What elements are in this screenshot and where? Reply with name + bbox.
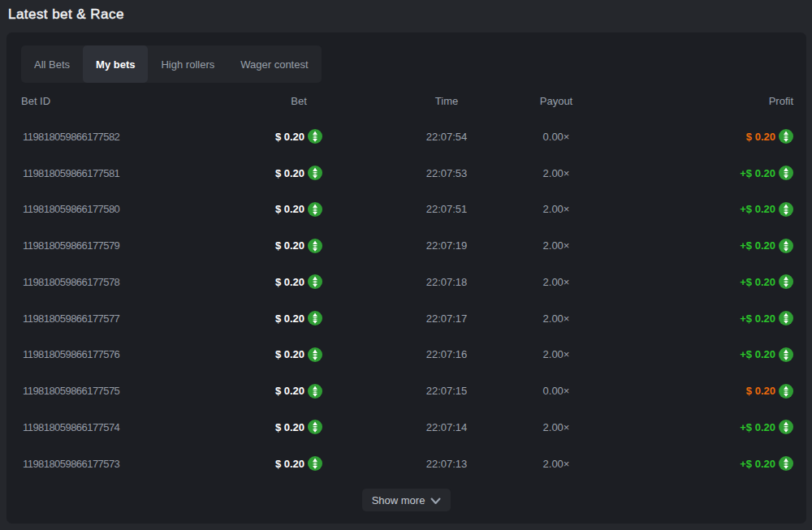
profit-amount: $ 0.20 — [746, 385, 775, 397]
table-row[interactable]: 119818059866177576 $ 0.20 22:07:16 2.00×… — [21, 337, 793, 373]
profit-cell: +$ 0.20 — [642, 274, 793, 289]
bet-amount: $ 0.20 — [275, 167, 304, 179]
table-row[interactable]: 119818059866177580 $ 0.20 22:07:51 2.00×… — [21, 192, 793, 228]
etc-coin-icon — [308, 166, 322, 180]
time-cell: 22:07:54 — [423, 131, 470, 143]
show-more-button[interactable]: Show more — [362, 489, 451, 511]
bet-amount: $ 0.20 — [275, 385, 304, 397]
profit-cell: +$ 0.20 — [642, 420, 793, 434]
etc-coin-icon — [308, 420, 322, 434]
table-row[interactable]: 119818059866177582 $ 0.20 22:07:54 0.00×… — [21, 118, 793, 155]
bet-amount-cell: $ 0.20 — [175, 239, 423, 253]
table-row[interactable]: 119818059866177577 $ 0.20 22:07:17 2.00×… — [21, 300, 793, 337]
etc-coin-icon — [308, 202, 322, 217]
bet-amount-cell: $ 0.20 — [175, 420, 423, 434]
bet-id-cell: 119818059866177576 — [21, 348, 175, 360]
table-row[interactable]: 119818059866177574 $ 0.20 22:07:14 2.00×… — [21, 409, 793, 446]
etc-coin-icon — [779, 420, 793, 434]
table-row[interactable]: 119818059866177579 $ 0.20 22:07:19 2.00×… — [21, 227, 793, 264]
etc-coin-icon — [308, 347, 322, 362]
profit-amount: +$ 0.20 — [740, 421, 775, 433]
tab-my-bets[interactable]: My bets — [83, 45, 148, 83]
table-body: 119818059866177582 $ 0.20 22:07:54 0.00×… — [21, 118, 793, 482]
bet-amount: $ 0.20 — [275, 276, 304, 288]
time-cell: 22:07:15 — [423, 385, 470, 397]
bet-amount: $ 0.20 — [275, 348, 304, 360]
etc-coin-icon — [779, 274, 793, 289]
payout-cell: 2.00× — [470, 239, 642, 252]
etc-coin-icon — [308, 129, 322, 144]
etc-coin-icon — [308, 274, 322, 289]
table-row[interactable]: 119818059866177581 $ 0.20 22:07:53 2.00×… — [21, 155, 793, 192]
bet-id-cell: 119818059866177577 — [21, 312, 175, 325]
etc-coin-icon — [779, 202, 793, 217]
tab-high-rollers[interactable]: High rollers — [148, 45, 227, 83]
bet-amount-cell: $ 0.20 — [175, 311, 423, 325]
bet-amount: $ 0.20 — [275, 458, 304, 470]
tab-wager-contest[interactable]: Wager contest — [227, 45, 321, 83]
bet-tabs: All Bets My bets High rollers Wager cont… — [21, 45, 322, 83]
etc-coin-icon — [308, 239, 322, 253]
payout-cell: 0.00× — [470, 385, 642, 397]
latest-bets-panel: All Bets My bets High rollers Wager cont… — [6, 32, 806, 524]
bet-amount-cell: $ 0.20 — [175, 347, 423, 362]
table-row[interactable]: 119818059866177573 $ 0.20 22:07:13 2.00×… — [21, 446, 793, 482]
profit-amount: +$ 0.20 — [740, 276, 775, 288]
bet-amount-cell: $ 0.20 — [175, 384, 423, 399]
show-more-label: Show more — [372, 494, 425, 506]
payout-cell: 0.00× — [470, 131, 642, 143]
bet-amount-cell: $ 0.20 — [175, 202, 423, 217]
time-cell: 22:07:18 — [423, 276, 470, 288]
column-header-bet-id: Bet ID — [21, 95, 175, 107]
time-cell: 22:07:19 — [423, 239, 470, 252]
etc-coin-icon — [779, 384, 793, 399]
table-row[interactable]: 119818059866177578 $ 0.20 22:07:18 2.00×… — [21, 264, 793, 300]
bet-id-cell: 119818059866177580 — [21, 203, 175, 215]
chevron-down-icon — [430, 498, 441, 505]
profit-cell: +$ 0.20 — [642, 456, 793, 471]
profit-cell: $ 0.20 — [642, 129, 793, 144]
bet-amount: $ 0.20 — [275, 312, 304, 325]
bet-id-cell: 119818059866177582 — [21, 131, 175, 143]
table-header-row: Bet ID Bet Time Payout Profit — [21, 83, 793, 118]
profit-cell: $ 0.20 — [642, 384, 793, 399]
bet-id-cell: 119818059866177578 — [21, 276, 175, 288]
payout-cell: 2.00× — [470, 167, 642, 179]
bet-amount-cell: $ 0.20 — [175, 274, 423, 289]
page-title: Latest bet & Race — [8, 6, 124, 23]
column-header-payout: Payout — [470, 95, 642, 107]
bet-amount: $ 0.20 — [275, 131, 304, 143]
tab-label: All Bets — [34, 58, 70, 71]
profit-amount: +$ 0.20 — [740, 167, 775, 179]
tab-all-bets[interactable]: All Bets — [21, 45, 83, 83]
etc-coin-icon — [779, 347, 793, 362]
bet-amount: $ 0.20 — [275, 203, 304, 215]
show-more-container: Show more — [6, 489, 806, 511]
etc-coin-icon — [308, 384, 322, 399]
etc-coin-icon — [779, 166, 793, 180]
time-cell: 22:07:17 — [423, 312, 470, 325]
profit-cell: +$ 0.20 — [642, 311, 793, 325]
tab-label: High rollers — [161, 58, 214, 71]
profit-cell: +$ 0.20 — [642, 166, 793, 180]
bet-amount: $ 0.20 — [275, 239, 304, 252]
bet-amount-cell: $ 0.20 — [175, 129, 423, 144]
etc-coin-icon — [779, 311, 793, 325]
profit-amount: $ 0.20 — [746, 131, 775, 143]
bet-amount-cell: $ 0.20 — [175, 456, 423, 471]
payout-cell: 2.00× — [470, 312, 642, 325]
payout-cell: 2.00× — [470, 421, 642, 433]
time-cell: 22:07:53 — [423, 167, 470, 179]
profit-amount: +$ 0.20 — [740, 348, 775, 360]
profit-amount: +$ 0.20 — [740, 203, 775, 215]
payout-cell: 2.00× — [470, 458, 642, 470]
time-cell: 22:07:51 — [423, 203, 470, 215]
time-cell: 22:07:13 — [423, 458, 470, 470]
profit-amount: +$ 0.20 — [740, 458, 775, 470]
bet-id-cell: 119818059866177579 — [21, 239, 175, 252]
time-cell: 22:07:16 — [423, 348, 470, 360]
bet-id-cell: 119818059866177575 — [21, 385, 175, 397]
etc-coin-icon — [308, 456, 322, 471]
profit-amount: +$ 0.20 — [740, 239, 775, 252]
table-row[interactable]: 119818059866177575 $ 0.20 22:07:15 0.00×… — [21, 373, 793, 409]
